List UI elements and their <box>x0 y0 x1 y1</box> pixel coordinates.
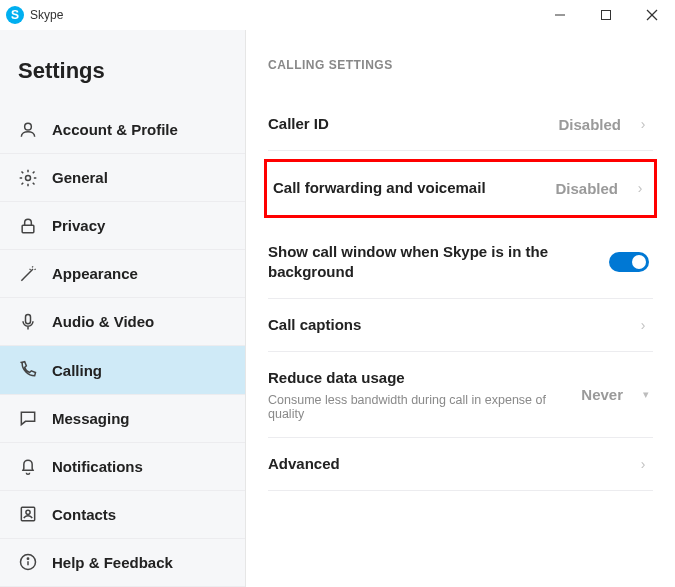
maximize-button[interactable] <box>583 0 629 30</box>
sidebar-item-notifications[interactable]: Notifications <box>0 443 245 491</box>
contacts-icon <box>18 504 38 524</box>
lock-icon <box>18 216 38 236</box>
settings-content: CALLING SETTINGS Caller ID Disabled › Ca… <box>246 30 675 587</box>
sidebar-item-label: Appearance <box>52 265 138 282</box>
sidebar-item-label: Calling <box>52 362 102 379</box>
info-icon <box>18 552 38 572</box>
sidebar-item-label: Notifications <box>52 458 143 475</box>
minimize-button[interactable] <box>537 0 583 30</box>
chevron-right-icon: › <box>637 317 649 333</box>
account-icon <box>18 120 38 140</box>
settings-sidebar: Settings Account & Profile General Priva… <box>0 30 246 587</box>
row-reduce-data-usage[interactable]: Reduce data usage Consume less bandwidth… <box>268 352 653 437</box>
close-button[interactable] <box>629 0 675 30</box>
sidebar-item-general[interactable]: General <box>0 154 245 202</box>
bell-icon <box>18 456 38 476</box>
sidebar-item-label: Contacts <box>52 506 116 523</box>
svg-rect-6 <box>22 225 34 233</box>
window-controls <box>537 0 675 30</box>
row-label: Call captions <box>268 315 627 335</box>
svg-point-4 <box>25 123 32 130</box>
app-title: Skype <box>30 8 63 22</box>
chevron-right-icon: › <box>637 456 649 472</box>
row-value: Never <box>581 386 623 403</box>
title-bar: S Skype <box>0 0 675 30</box>
row-label: Reduce data usage <box>268 368 571 388</box>
sidebar-item-appearance[interactable]: Appearance <box>0 250 245 298</box>
sidebar-item-calling[interactable]: Calling <box>0 346 245 394</box>
sidebar-item-label: Messaging <box>52 410 130 427</box>
svg-point-9 <box>26 511 30 515</box>
sidebar-item-contacts[interactable]: Contacts <box>0 491 245 539</box>
row-show-call-window[interactable]: Show call window when Skype is in the ba… <box>268 226 653 300</box>
row-caller-id[interactable]: Caller ID Disabled › <box>268 98 653 151</box>
svg-point-5 <box>26 175 31 180</box>
chat-icon <box>18 408 38 428</box>
sidebar-item-label: General <box>52 169 108 186</box>
sidebar-item-label: Help & Feedback <box>52 554 173 571</box>
row-label: Call forwarding and voicemail <box>273 178 545 198</box>
gear-icon <box>18 168 38 188</box>
sidebar-item-label: Audio & Video <box>52 313 154 330</box>
chevron-right-icon: › <box>634 180 646 196</box>
toggle-switch-on[interactable] <box>609 252 649 272</box>
row-call-forwarding[interactable]: Call forwarding and voicemail Disabled › <box>264 159 657 217</box>
row-sublabel: Consume less bandwidth during call in ex… <box>268 393 571 421</box>
sidebar-item-label: Privacy <box>52 217 105 234</box>
row-value: Disabled <box>558 116 621 133</box>
row-call-captions[interactable]: Call captions › <box>268 299 653 352</box>
row-value: Disabled <box>555 180 618 197</box>
sidebar-item-audio-video[interactable]: Audio & Video <box>0 298 245 346</box>
svg-rect-7 <box>26 314 31 323</box>
skype-logo-icon: S <box>6 6 24 24</box>
phone-icon <box>18 360 38 380</box>
wand-icon <box>18 264 38 284</box>
microphone-icon <box>18 312 38 332</box>
sidebar-item-help[interactable]: Help & Feedback <box>0 539 245 587</box>
settings-title: Settings <box>0 30 245 106</box>
chevron-down-icon: ▾ <box>643 388 649 401</box>
row-label: Show call window when Skype is in the ba… <box>268 242 599 283</box>
row-label: Advanced <box>268 454 627 474</box>
sidebar-item-privacy[interactable]: Privacy <box>0 202 245 250</box>
chevron-right-icon: › <box>637 116 649 132</box>
row-advanced[interactable]: Advanced › <box>268 438 653 491</box>
section-header: CALLING SETTINGS <box>268 58 653 72</box>
row-label: Caller ID <box>268 114 548 134</box>
svg-rect-1 <box>602 11 611 20</box>
sidebar-item-messaging[interactable]: Messaging <box>0 395 245 443</box>
sidebar-item-account[interactable]: Account & Profile <box>0 106 245 154</box>
sidebar-item-label: Account & Profile <box>52 121 178 138</box>
svg-point-12 <box>27 558 28 559</box>
